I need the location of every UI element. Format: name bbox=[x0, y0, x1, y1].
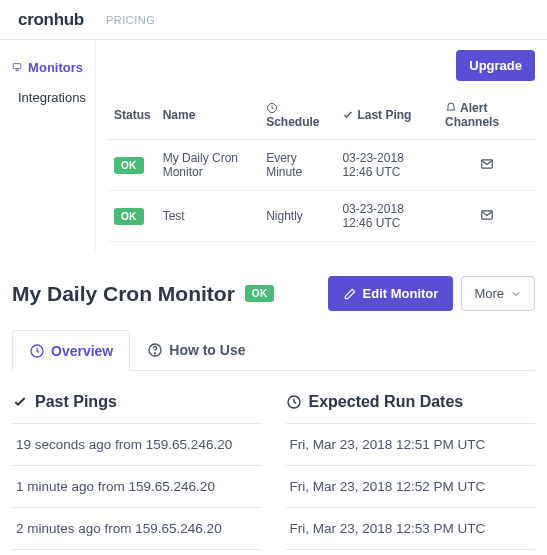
logo[interactable]: cronhub bbox=[8, 10, 94, 30]
tab-howto[interactable]: How to Use bbox=[130, 329, 262, 370]
detail-head: My Daily Cron Monitor OK Edit Monitor Mo… bbox=[12, 276, 535, 311]
sidebar: Monitors Integrations bbox=[0, 40, 96, 252]
list-item: 1 minute ago from 159.65.246.20 bbox=[12, 466, 262, 508]
list-item: Fri, Mar 23, 2018 12:51 PM UTC bbox=[286, 423, 536, 466]
th-lastping: Last Ping bbox=[336, 95, 439, 140]
monitor-detail: My Daily Cron Monitor OK Edit Monitor Mo… bbox=[0, 252, 547, 555]
monitors-table: Status Name Schedule Last Ping Alert Cha… bbox=[108, 95, 535, 242]
past-pings-column: Past Pings 19 seconds ago from 159.65.24… bbox=[12, 393, 262, 555]
list-item: 19 seconds ago from 159.65.246.20 bbox=[12, 423, 262, 466]
status-badge: OK bbox=[114, 208, 144, 225]
clock-icon bbox=[29, 343, 45, 359]
list-item: Fri, Mar 23, 2018 12:53 PM UTC bbox=[286, 508, 536, 550]
cell-alertchannels bbox=[439, 140, 535, 191]
list-item: Fri, Mar 23, 2018 12:54 PM UTC bbox=[286, 550, 536, 555]
detail-columns: Past Pings 19 seconds ago from 159.65.24… bbox=[12, 393, 535, 555]
upgrade-button[interactable]: Upgrade bbox=[456, 50, 535, 81]
sidebar-item-label: Monitors bbox=[28, 60, 83, 75]
svg-rect-0 bbox=[13, 64, 21, 69]
clock-icon bbox=[266, 102, 278, 114]
monitor-title: My Daily Cron Monitor bbox=[12, 282, 235, 306]
detail-buttons: Edit Monitor More bbox=[328, 276, 535, 311]
sidebar-item-integrations[interactable]: Integrations bbox=[8, 82, 87, 112]
status-badge: OK bbox=[245, 285, 275, 302]
cell-lastping: 03-23-2018 12:46 UTC bbox=[336, 140, 439, 191]
table-row[interactable]: OKMy Daily Cron MonitorEvery Minute03-23… bbox=[108, 140, 535, 191]
chevron-down-icon bbox=[510, 288, 522, 300]
cell-name: My Daily Cron Monitor bbox=[157, 140, 260, 191]
clock-icon bbox=[286, 394, 302, 410]
th-name: Name bbox=[157, 95, 260, 140]
svg-point-8 bbox=[155, 353, 156, 354]
upgrade-row: Upgrade bbox=[108, 50, 535, 81]
status-badge: OK bbox=[114, 157, 144, 174]
sidebar-item-monitors[interactable]: Monitors bbox=[8, 52, 87, 82]
cell-name: Test bbox=[157, 191, 260, 242]
check-icon bbox=[342, 109, 354, 121]
tabs: Overview How to Use bbox=[12, 329, 535, 371]
sidebar-item-label: Integrations bbox=[18, 90, 86, 105]
expected-header: Expected Run Dates bbox=[286, 393, 536, 411]
expected-column: Expected Run Dates Fri, Mar 23, 2018 12:… bbox=[286, 393, 536, 555]
more-button[interactable]: More bbox=[461, 276, 535, 311]
cell-schedule: Every Minute bbox=[260, 140, 336, 191]
envelope-icon[interactable] bbox=[479, 208, 495, 222]
edit-icon bbox=[343, 287, 357, 301]
cell-schedule: Nightly bbox=[260, 191, 336, 242]
main-layout: Monitors Integrations Upgrade Status Nam… bbox=[0, 40, 547, 252]
edit-monitor-button[interactable]: Edit Monitor bbox=[328, 276, 454, 311]
list-item: 2 minutes ago from 159.65.246.20 bbox=[12, 508, 262, 550]
check-icon bbox=[12, 394, 28, 410]
bell-icon bbox=[445, 102, 457, 114]
past-pings-header: Past Pings bbox=[12, 393, 262, 411]
cell-lastping: 03-23-2018 12:46 UTC bbox=[336, 191, 439, 242]
th-status: Status bbox=[108, 95, 157, 140]
list-item: 3 minutes ago from 159.65.246.20 bbox=[12, 550, 262, 555]
tab-overview[interactable]: Overview bbox=[12, 330, 130, 371]
detail-title-group: My Daily Cron Monitor OK bbox=[12, 282, 274, 306]
content-area: Upgrade Status Name Schedule Last Ping A… bbox=[96, 40, 547, 252]
list-item: Fri, Mar 23, 2018 12:52 PM UTC bbox=[286, 466, 536, 508]
envelope-icon[interactable] bbox=[479, 157, 495, 171]
cell-alertchannels bbox=[439, 191, 535, 242]
nav-pricing[interactable]: PRICING bbox=[94, 14, 167, 26]
topbar: cronhub PRICING bbox=[0, 0, 547, 40]
monitor-icon bbox=[12, 59, 22, 75]
table-row[interactable]: OKTestNightly03-23-2018 12:46 UTC bbox=[108, 191, 535, 242]
th-alertchannels: Alert Channels bbox=[439, 95, 535, 140]
th-schedule: Schedule bbox=[260, 95, 336, 140]
question-icon bbox=[147, 342, 163, 358]
